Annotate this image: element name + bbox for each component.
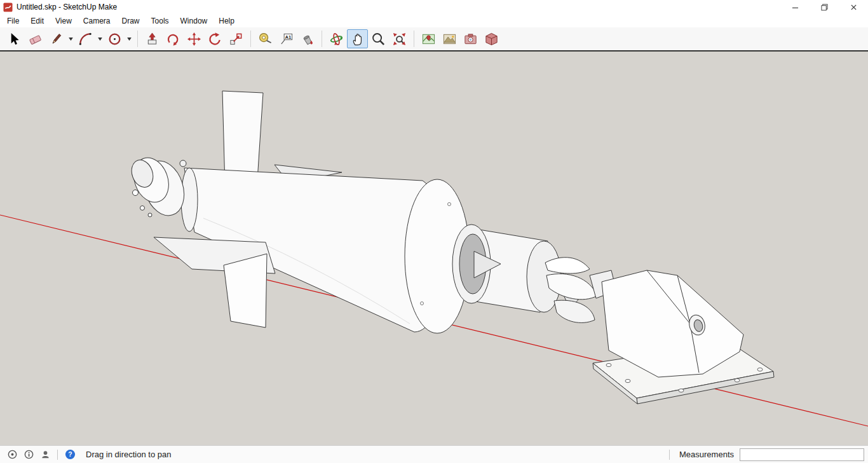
photo-textures-icon bbox=[463, 32, 478, 46]
circle-tool-dropdown[interactable] bbox=[125, 29, 133, 48]
extension-warehouse-tool[interactable] bbox=[481, 29, 502, 48]
add-location-icon bbox=[421, 32, 436, 46]
select-tool[interactable] bbox=[4, 29, 25, 48]
minimize-button[interactable] bbox=[780, 0, 810, 14]
toolbar: A1 bbox=[0, 27, 868, 52]
extension-warehouse-icon bbox=[484, 32, 499, 46]
menu-view[interactable]: View bbox=[50, 15, 78, 27]
pan-icon bbox=[350, 32, 365, 46]
select-icon bbox=[7, 32, 22, 46]
pan-tool[interactable] bbox=[347, 29, 368, 48]
status-bar: ? Drag in direction to pan Measurements bbox=[0, 445, 868, 463]
move-tool[interactable] bbox=[184, 29, 205, 48]
orbit-tool[interactable] bbox=[326, 29, 347, 48]
modeling-viewport bbox=[0, 52, 868, 445]
follow-me-icon bbox=[166, 32, 180, 46]
sign-in-button[interactable] bbox=[39, 448, 51, 461]
measurements-label: Measurements bbox=[679, 450, 734, 459]
line-icon bbox=[49, 32, 64, 46]
status-hint: Drag in direction to pan bbox=[86, 450, 171, 459]
statusbar-separator bbox=[669, 450, 670, 460]
orbit-icon bbox=[329, 32, 344, 46]
menu-camera[interactable]: Camera bbox=[78, 15, 116, 27]
chevron-down-icon bbox=[69, 38, 73, 41]
toolbar-separator bbox=[322, 31, 322, 47]
window-controls bbox=[780, 0, 868, 14]
paint-bucket-tool[interactable] bbox=[297, 29, 318, 48]
person-icon bbox=[40, 449, 51, 460]
credits-button[interactable] bbox=[22, 448, 35, 461]
tape-measure-tool[interactable] bbox=[255, 29, 276, 48]
text-tool[interactable]: A1 bbox=[276, 29, 297, 48]
line-tool-combo bbox=[46, 29, 75, 48]
menu-tools[interactable]: Tools bbox=[146, 15, 175, 27]
arc-tool[interactable] bbox=[75, 29, 96, 48]
help-icon: ? bbox=[65, 449, 76, 460]
zoom-tool[interactable] bbox=[368, 29, 389, 48]
eraser-tool[interactable] bbox=[25, 29, 46, 48]
line-tool[interactable] bbox=[46, 29, 67, 48]
zoom-icon bbox=[371, 32, 386, 46]
push-pull-tool[interactable] bbox=[142, 29, 163, 48]
close-button[interactable] bbox=[839, 0, 868, 14]
measurements-area: Measurements bbox=[665, 448, 864, 461]
circle-icon bbox=[107, 32, 122, 46]
menu-bar: File Edit View Camera Draw Tools Window … bbox=[0, 14, 868, 27]
scale-tool[interactable] bbox=[226, 29, 247, 48]
eraser-icon bbox=[28, 32, 43, 46]
follow-me-tool[interactable] bbox=[163, 29, 184, 48]
minimize-icon bbox=[792, 4, 799, 11]
title-bar: Untitled.skp - SketchUp Make bbox=[0, 0, 868, 14]
rotate-icon bbox=[208, 32, 222, 46]
sketchup-logo-icon bbox=[3, 3, 13, 12]
menu-edit[interactable]: Edit bbox=[25, 15, 50, 27]
info-icon bbox=[24, 449, 34, 460]
help-button[interactable]: ? bbox=[64, 448, 76, 461]
photo-textures-tool[interactable] bbox=[460, 29, 481, 48]
zoom-extents-tool[interactable] bbox=[389, 29, 410, 48]
push-pull-icon bbox=[145, 32, 159, 46]
move-icon bbox=[187, 32, 201, 46]
text-icon: A1 bbox=[279, 32, 294, 46]
menu-file[interactable]: File bbox=[1, 15, 25, 27]
text-tool-glyph: A1 bbox=[285, 34, 292, 39]
arc-icon bbox=[78, 32, 93, 46]
toolbar-separator bbox=[137, 31, 138, 47]
geolocation-icon bbox=[7, 449, 18, 460]
menu-help[interactable]: Help bbox=[213, 15, 240, 27]
arc-tool-combo bbox=[75, 29, 104, 48]
menu-draw[interactable]: Draw bbox=[116, 15, 146, 27]
title-bar-left: Untitled.skp - SketchUp Make bbox=[0, 3, 780, 12]
toolbar-separator bbox=[250, 31, 251, 47]
zoom-extents-icon bbox=[392, 32, 407, 46]
close-icon bbox=[850, 4, 857, 11]
menu-window[interactable]: Window bbox=[175, 15, 214, 27]
window-title: Untitled.skp - SketchUp Make bbox=[17, 3, 117, 11]
line-tool-dropdown[interactable] bbox=[67, 29, 75, 48]
statusbar-separator bbox=[57, 450, 58, 460]
geolocation-button[interactable] bbox=[6, 448, 18, 461]
rotate-tool[interactable] bbox=[205, 29, 226, 48]
restore-icon bbox=[821, 4, 828, 11]
toolbar-separator bbox=[414, 31, 414, 47]
chevron-down-icon bbox=[98, 38, 102, 41]
chevron-down-icon bbox=[127, 38, 132, 41]
arc-tool-dropdown[interactable] bbox=[96, 29, 104, 48]
restore-button[interactable] bbox=[810, 0, 839, 14]
circle-tool-combo bbox=[104, 29, 133, 48]
measurements-input[interactable] bbox=[740, 448, 864, 461]
scale-icon bbox=[229, 32, 243, 46]
circle-tool[interactable] bbox=[104, 29, 125, 48]
tape-measure-icon bbox=[258, 32, 273, 46]
svg-text:?: ? bbox=[68, 451, 72, 458]
paint-bucket-icon bbox=[300, 32, 315, 46]
toggle-terrain-tool[interactable] bbox=[439, 29, 460, 48]
toggle-terrain-icon bbox=[442, 32, 457, 46]
model-lower-fin bbox=[224, 254, 267, 328]
viewport-canvas[interactable] bbox=[0, 52, 868, 445]
add-location-tool[interactable] bbox=[418, 29, 439, 48]
